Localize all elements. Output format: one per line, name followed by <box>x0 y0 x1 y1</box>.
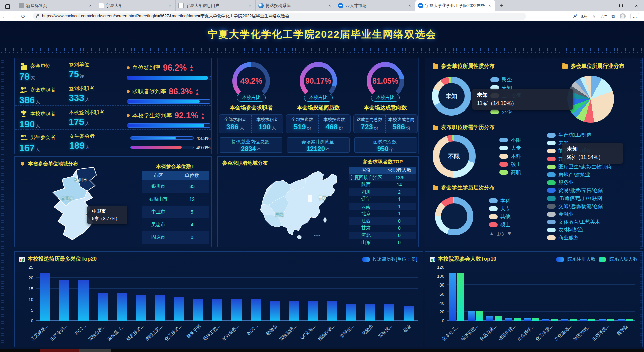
bar-entry[interactable] <box>457 273 464 321</box>
legend-swatch-register[interactable] <box>556 257 564 262</box>
browser-tab[interactable]: 宁夏大学化学化工学院2022届毕× <box>415 0 495 11</box>
tab-close-icon[interactable]: × <box>407 3 412 8</box>
bar[interactable] <box>174 297 184 321</box>
legend-item[interactable]: 本科 <box>489 196 511 205</box>
bar-register[interactable] <box>618 319 625 321</box>
student-degree-donut[interactable] <box>435 197 473 235</box>
tab-close-icon[interactable]: × <box>487 3 492 8</box>
translate-icon[interactable]: aあ <box>581 13 587 19</box>
bar-register[interactable] <box>580 319 587 321</box>
bar[interactable] <box>251 299 261 321</box>
tab-close-icon[interactable]: × <box>167 3 173 8</box>
legend-item[interactable]: 贸易/批发/零售/仓储 <box>547 187 611 195</box>
bar-register[interactable] <box>524 318 531 321</box>
browser-tab[interactable]: 宁夏大学信息门户× <box>176 0 256 11</box>
favorite-add-icon[interactable]: ☆ <box>592 14 596 19</box>
china-map[interactable] <box>255 165 355 245</box>
legend-label-register[interactable]: 院系注册人数 <box>567 256 595 262</box>
legend-item[interactable]: 商业服务 <box>547 234 611 242</box>
bar-entry[interactable] <box>495 316 502 321</box>
restore-button[interactable] <box>613 0 629 11</box>
bar-register[interactable] <box>468 311 475 321</box>
bar-register[interactable] <box>599 319 606 321</box>
pager-up-icon[interactable]: ▲ <box>489 231 494 237</box>
bar[interactable] <box>346 304 356 321</box>
bar-entry[interactable] <box>626 319 633 321</box>
top20-legend[interactable]: 投递简历数[单位：份] <box>362 256 417 262</box>
bar[interactable] <box>289 301 299 321</box>
bar-register[interactable] <box>561 319 568 321</box>
forward-icon[interactable]: → <box>9 13 19 19</box>
browser-tab[interactable]: 新建标签页× <box>16 0 96 11</box>
refresh-icon[interactable]: ⟳ <box>19 13 28 19</box>
bar[interactable] <box>327 301 337 321</box>
bar-register[interactable] <box>449 273 456 321</box>
bar-register[interactable] <box>542 319 549 321</box>
pager-down-icon[interactable]: ▼ <box>507 231 512 237</box>
bar[interactable] <box>117 293 127 321</box>
bar[interactable] <box>308 301 318 321</box>
collections-icon[interactable]: ⧉ <box>612 14 615 19</box>
legend-item[interactable]: 文体教育/工艺美术 <box>547 218 611 226</box>
bar[interactable] <box>365 304 375 321</box>
favorites-icon[interactable]: ☆≡ <box>600 14 607 19</box>
legend-item[interactable]: 本科 <box>499 152 521 160</box>
bar[interactable] <box>98 293 108 321</box>
bar[interactable] <box>193 299 203 321</box>
bar-entry[interactable] <box>570 319 577 321</box>
position-degree-donut[interactable]: 不限 <box>433 135 476 178</box>
browser-tab[interactable]: 宁夏大学× <box>96 0 176 11</box>
bar[interactable] <box>59 280 69 321</box>
legend-item[interactable]: 民企 <box>490 76 522 84</box>
bar[interactable] <box>78 280 89 321</box>
bar[interactable] <box>212 299 222 321</box>
bar[interactable] <box>384 304 394 321</box>
legend-item[interactable]: 交通/运输/物流/仓储 <box>547 203 611 211</box>
read-aloud-icon[interactable]: Aᑊ <box>573 14 576 19</box>
bar[interactable] <box>404 306 414 321</box>
bar-register[interactable] <box>505 318 512 321</box>
legend-item[interactable]: 大专 <box>489 205 511 213</box>
legend-item[interactable]: 生产/加工/制造 <box>547 131 611 139</box>
legend-item[interactable]: 农/林/牧/渔 <box>547 226 611 234</box>
unit-industry-pie[interactable] <box>567 76 614 123</box>
minimize-button[interactable]: – <box>598 0 613 11</box>
tab-close-icon[interactable]: × <box>327 3 332 8</box>
legend-item[interactable]: 金融业 <box>547 210 611 218</box>
legend-item[interactable]: 硕士 <box>489 221 511 229</box>
legend-item[interactable]: 医疗卫生/健康/生物制药 <box>547 163 611 171</box>
legend-item[interactable]: 不限 <box>499 136 521 144</box>
legend-item[interactable]: 房地产/建筑业 <box>547 171 611 179</box>
legend-item[interactable]: IT/通信/电子/互联网 <box>547 194 611 203</box>
bar[interactable] <box>136 295 146 321</box>
bar[interactable] <box>270 301 280 321</box>
bar-entry[interactable] <box>532 318 539 321</box>
bar-entry[interactable] <box>588 319 595 321</box>
profile-avatar[interactable] <box>620 13 626 19</box>
new-tab-button[interactable]: + <box>497 1 506 10</box>
url-text[interactable]: https://www.cnxincai.com/cloud/screen/sc… <box>42 13 289 19</box>
legend-label-entry[interactable]: 院系入场人数 <box>609 256 638 262</box>
legend-item[interactable]: 服务业 <box>547 179 611 187</box>
legend-item[interactable]: 大专 <box>499 144 521 152</box>
browser-tab[interactable]: 云人才市场× <box>335 0 415 11</box>
back-icon[interactable]: ← <box>0 13 9 19</box>
bar[interactable] <box>155 295 165 321</box>
tab-actions-icon[interactable] <box>2 2 13 11</box>
legend-swatch-entry[interactable] <box>599 257 606 262</box>
bar[interactable] <box>40 273 50 321</box>
bar-entry[interactable] <box>514 318 521 321</box>
bar-entry[interactable] <box>607 319 614 321</box>
close-button[interactable]: × <box>629 0 644 11</box>
legend-item[interactable]: 硕士 <box>499 160 521 168</box>
bar-entry[interactable] <box>476 311 483 321</box>
settings-more-icon[interactable]: … <box>630 13 639 19</box>
bar[interactable] <box>231 299 241 321</box>
unit-nature-donut[interactable]: 未知 <box>432 77 471 116</box>
browser-tab[interactable]: 博达投稿系统× <box>256 0 335 11</box>
url-bar[interactable]: https://www.cnxincai.com/cloud/screen/sc… <box>33 13 526 20</box>
bar-register[interactable] <box>486 316 493 321</box>
tab-close-icon[interactable]: × <box>88 3 93 8</box>
legend-item[interactable]: 其他 <box>489 213 511 221</box>
legend-item[interactable]: 高职 <box>499 168 521 176</box>
